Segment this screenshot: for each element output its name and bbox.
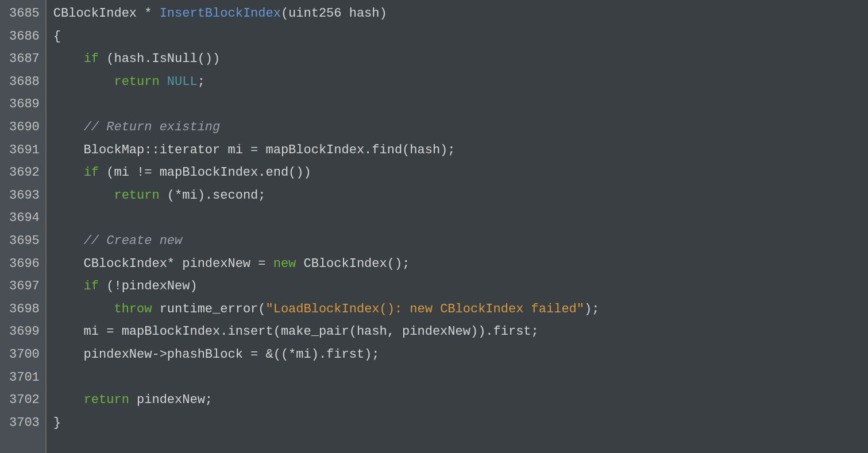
code-token: }: [53, 416, 61, 430]
line-number: 3700: [9, 343, 40, 366]
code-line[interactable]: // Create new: [53, 230, 868, 253]
code-token: if: [84, 279, 99, 293]
code-line[interactable]: return (*mi).second;: [53, 184, 868, 207]
code-line[interactable]: throw runtime_error("LoadBlockIndex(): n…: [53, 298, 868, 321]
code-line[interactable]: }: [53, 412, 868, 435]
code-token: new: [273, 257, 296, 271]
code-token: // Create new: [84, 234, 183, 248]
code-token: [53, 302, 114, 316]
line-number: 3690: [9, 116, 40, 139]
line-number: 3699: [9, 320, 40, 343]
code-line[interactable]: mi = mapBlockIndex.insert(make_pair(hash…: [53, 320, 868, 343]
code-token: (uint256 hash): [281, 6, 387, 21]
code-token: // Return existing: [84, 120, 221, 134]
code-token: CBlockIndex* pindexNew =: [53, 257, 273, 271]
code-token: CBlockIndex *: [53, 6, 160, 21]
code-token: [53, 75, 114, 89]
code-token: return: [114, 188, 159, 203]
code-token: (*mi).second;: [160, 188, 266, 203]
code-token: );: [584, 302, 599, 316]
code-token: throw: [114, 302, 152, 316]
line-number: 3703: [9, 412, 40, 435]
line-number: 3687: [9, 48, 40, 71]
line-number: 3697: [9, 275, 40, 298]
code-token: if: [84, 52, 99, 66]
line-number: 3698: [9, 298, 40, 321]
code-line[interactable]: BlockMap::iterator mi = mapBlockIndex.fi…: [53, 139, 868, 162]
code-token: BlockMap::iterator mi = mapBlockIndex.fi…: [53, 143, 456, 157]
code-line[interactable]: if (hash.IsNull()): [53, 48, 868, 71]
code-token: return: [84, 393, 129, 407]
line-number: 3689: [9, 93, 40, 116]
code-line[interactable]: if (!pindexNew): [53, 275, 868, 298]
code-token: InsertBlockIndex: [160, 6, 281, 21]
code-token: [53, 165, 84, 180]
code-token: [53, 52, 84, 66]
line-number: 3686: [9, 25, 40, 48]
code-token: [53, 393, 84, 407]
code-token: [53, 279, 84, 293]
code-line[interactable]: // Return existing: [53, 116, 868, 139]
code-token: (!pindexNew): [99, 279, 198, 293]
code-token: CBlockIndex();: [296, 257, 410, 271]
code-token: return: [114, 75, 159, 89]
code-line[interactable]: pindexNew->phashBlock = &((*mi).first);: [53, 343, 868, 366]
code-token: NULL: [167, 75, 198, 89]
code-token: (hash.IsNull()): [99, 52, 220, 66]
code-token: if: [84, 165, 99, 180]
code-token: [160, 75, 167, 89]
line-number: 3695: [9, 230, 40, 253]
line-number: 3685: [9, 2, 40, 25]
line-number: 3701: [9, 366, 40, 389]
code-token: [53, 188, 114, 203]
code-line[interactable]: return pindexNew;: [53, 389, 868, 412]
code-line[interactable]: if (mi != mapBlockIndex.end()): [53, 161, 868, 184]
line-number: 3696: [9, 253, 40, 276]
code-token: [53, 234, 84, 248]
code-line[interactable]: {: [53, 25, 868, 48]
line-number: 3694: [9, 207, 40, 230]
code-token: (mi != mapBlockIndex.end()): [99, 165, 311, 180]
code-area[interactable]: CBlockIndex * InsertBlockIndex(uint256 h…: [47, 0, 868, 453]
code-token: pindexNew->phashBlock = &((*mi).first);: [53, 347, 380, 362]
code-token: "LoadBlockIndex(): new CBlockIndex faile…: [266, 302, 585, 316]
code-token: {: [53, 29, 61, 44]
code-editor: 3685368636873688368936903691369236933694…: [0, 0, 868, 453]
line-number: 3688: [9, 71, 40, 94]
code-line[interactable]: CBlockIndex* pindexNew = new CBlockIndex…: [53, 253, 868, 276]
line-number-gutter: 3685368636873688368936903691369236933694…: [0, 0, 47, 453]
line-number: 3691: [9, 139, 40, 162]
code-line[interactable]: return NULL;: [53, 71, 868, 94]
line-number: 3693: [9, 184, 40, 207]
code-token: mi = mapBlockIndex.insert(make_pair(hash…: [53, 324, 539, 339]
code-line[interactable]: CBlockIndex * InsertBlockIndex(uint256 h…: [53, 2, 868, 25]
code-token: pindexNew;: [129, 393, 213, 407]
code-line[interactable]: [53, 366, 868, 389]
code-line[interactable]: [53, 93, 868, 116]
code-token: [53, 120, 84, 134]
code-line[interactable]: [53, 207, 868, 230]
code-token: ;: [198, 75, 205, 89]
line-number: 3692: [9, 161, 40, 184]
line-number: 3702: [9, 389, 40, 412]
code-token: runtime_error(: [152, 302, 265, 316]
